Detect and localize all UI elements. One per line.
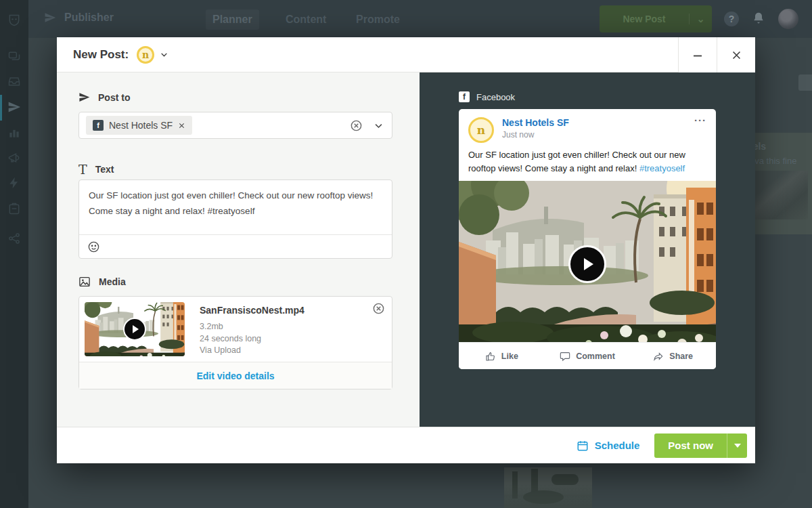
- caret-down-icon: [734, 444, 741, 448]
- new-post-modal: New Post: n Post to f Nest Hotels SF: [57, 37, 755, 463]
- app-root: Publisher Planner Content Promote New Po…: [0, 0, 812, 508]
- paper-plane-icon: [44, 12, 56, 24]
- close-button[interactable]: [717, 37, 755, 72]
- schedule-label: Schedule: [595, 440, 640, 451]
- media-item: SanFransiscoNest.mp4 3.2mb 24 seconds lo…: [79, 297, 392, 362]
- sidebar: [0, 0, 28, 508]
- background-card-image: [750, 171, 808, 219]
- like-action: Like: [459, 351, 545, 362]
- like-label: Like: [501, 352, 518, 361]
- media-duration: 24 seconds long: [200, 333, 304, 345]
- remove-media-icon: [372, 302, 385, 315]
- emoji-picker-icon[interactable]: [87, 240, 100, 253]
- facebook-post-preview: n Nest Hotels SF Just now ··· Our SF loc…: [459, 109, 716, 369]
- media-label: Media: [99, 276, 126, 287]
- clear-all-icon[interactable]: [350, 119, 363, 132]
- comment-label: Comment: [576, 352, 615, 361]
- topbar-new-post-label: New Post: [600, 14, 689, 24]
- media-icon: [78, 276, 91, 288]
- remove-media-button[interactable]: [372, 302, 385, 318]
- thumbs-up-icon: [485, 351, 496, 362]
- schedule-button[interactable]: Schedule: [577, 440, 640, 452]
- play-button[interactable]: [123, 318, 146, 341]
- background-planner-card: tels ava this fine: [747, 133, 812, 234]
- tab-content[interactable]: Content: [279, 9, 333, 30]
- text-composer: Our SF location just got even chiller! C…: [78, 179, 392, 259]
- topbar: Publisher Planner Content Promote New Po…: [28, 0, 812, 38]
- brand-label: Publisher: [64, 12, 114, 24]
- media-file-name: SanFransiscoNest.mp4: [200, 305, 304, 316]
- post-hashtag: #treatyoself: [639, 163, 685, 173]
- post-now-button[interactable]: Post now: [654, 433, 727, 458]
- paper-plane-icon: [78, 91, 90, 103]
- post-now-options-button[interactable]: [727, 433, 747, 458]
- account-avatar: n: [137, 46, 154, 64]
- media-card: SanFransiscoNest.mp4 3.2mb 24 seconds lo…: [78, 296, 392, 389]
- media-file-size: 3.2mb: [200, 321, 304, 333]
- comment-action: Comment: [545, 351, 631, 362]
- tab-promote[interactable]: Promote: [349, 9, 407, 30]
- remove-chip-icon[interactable]: [178, 122, 185, 129]
- edit-video-details-link[interactable]: Edit video details: [196, 371, 274, 381]
- share-label: Share: [669, 352, 693, 361]
- topbar-new-post-button[interactable]: New Post ⌄: [600, 5, 712, 33]
- chevron-down-icon[interactable]: ⌄: [689, 14, 712, 24]
- preview-post-text: Our SF location just got even chiller! C…: [459, 143, 716, 175]
- share-icon: [653, 351, 664, 362]
- chevron-down-icon[interactable]: [374, 121, 384, 131]
- sidebar-active-indicator: [0, 95, 2, 121]
- preview-video: [459, 181, 716, 347]
- page-avatar: n: [468, 117, 494, 143]
- media-card-footer: Edit video details: [79, 362, 392, 389]
- preview-action-bar: Like Comment Share: [459, 342, 716, 369]
- sidebar-item-work-queue[interactable]: [7, 202, 21, 215]
- sidebar-item-conversations[interactable]: [7, 49, 21, 63]
- post-to-section-label: Post to: [78, 91, 130, 103]
- post-to-select[interactable]: f Nest Hotels SF: [78, 112, 392, 139]
- text-section-label: T Text: [78, 162, 114, 177]
- select-controls: [350, 119, 384, 132]
- video-thumbnail: [85, 302, 185, 356]
- preview-post-header: n Nest Hotels SF Just now ···: [459, 109, 716, 143]
- modal-header: New Post: n: [57, 37, 755, 72]
- app-brand: Publisher: [44, 12, 114, 24]
- preview-network-label: f Facebook: [459, 91, 515, 102]
- post-timestamp: Just now: [502, 130, 569, 140]
- account-selector[interactable]: n: [137, 46, 168, 64]
- text-icon: T: [78, 162, 87, 177]
- tab-planner[interactable]: Planner: [206, 9, 259, 30]
- notifications-bell-icon[interactable]: [752, 12, 765, 25]
- sidebar-item-publisher[interactable]: [7, 100, 21, 114]
- minimize-icon: [692, 49, 704, 61]
- composer-pane: Post to f Nest Hotels SF T Text Our SF l…: [57, 72, 420, 427]
- modal-title: New Post:: [73, 48, 129, 62]
- sidebar-item-integrations[interactable]: [7, 232, 21, 245]
- share-action: Share: [630, 351, 716, 362]
- facebook-icon: f: [459, 91, 470, 102]
- background-card-text: ava this fine: [750, 156, 796, 166]
- help-button[interactable]: ?: [724, 12, 739, 26]
- sidebar-item-analytics[interactable]: [7, 126, 21, 140]
- background-photo: [504, 467, 592, 508]
- facebook-icon: f: [93, 120, 104, 131]
- comment-icon: [560, 351, 570, 362]
- post-text-input[interactable]: Our SF location just got even chiller! C…: [79, 180, 392, 235]
- background-badge: [798, 75, 812, 91]
- play-button[interactable]: [568, 245, 606, 283]
- media-source: Via Upload: [200, 345, 304, 357]
- emoji-row: [79, 235, 392, 258]
- sidebar-item-inbox[interactable]: [7, 75, 21, 88]
- account-chip-label: Nest Hotels SF: [109, 120, 173, 131]
- minimize-button[interactable]: [678, 37, 717, 72]
- user-avatar[interactable]: [778, 9, 798, 29]
- sidebar-item-promote[interactable]: [7, 151, 21, 165]
- app-logo-icon[interactable]: [7, 14, 21, 27]
- post-to-label: Post to: [98, 92, 130, 103]
- calendar-icon: [577, 440, 589, 452]
- modal-footer: Schedule Post now: [57, 427, 755, 463]
- sidebar-item-automation[interactable]: [7, 176, 21, 190]
- text-label: Text: [95, 164, 114, 175]
- account-chip[interactable]: f Nest Hotels SF: [86, 116, 192, 135]
- media-section-label: Media: [78, 276, 126, 288]
- post-options-icon: ···: [694, 114, 706, 126]
